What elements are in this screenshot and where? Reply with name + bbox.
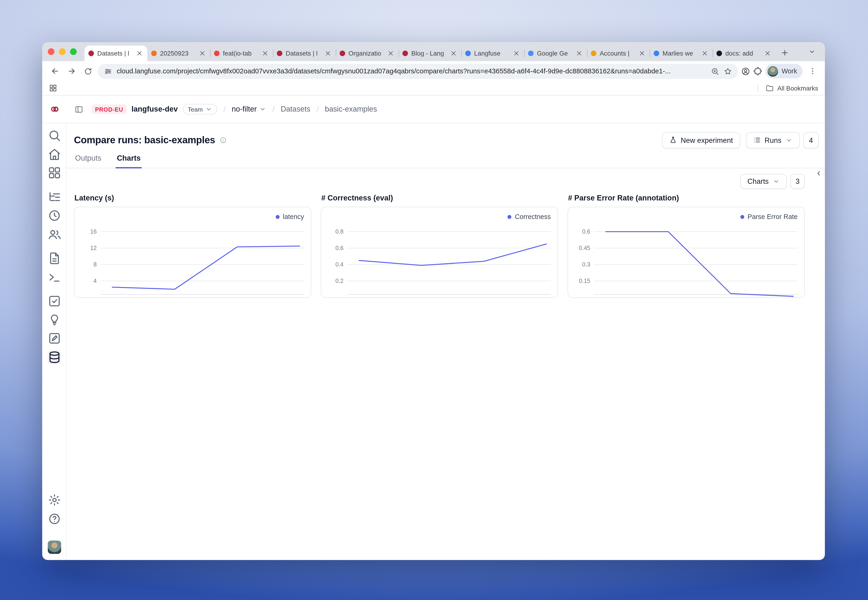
sidebar-item-evaluation[interactable] (47, 294, 61, 308)
close-window-button[interactable] (48, 48, 55, 55)
home-icon (47, 147, 61, 161)
browser-tab[interactable]: Accounts | (587, 45, 649, 61)
bookmark-star-icon[interactable] (724, 67, 732, 75)
reload-button[interactable] (81, 64, 95, 78)
runs-dropdown-button[interactable]: Runs (746, 132, 800, 148)
project-name: no-filter (232, 105, 257, 114)
site-settings-icon[interactable] (104, 67, 112, 75)
info-icon[interactable] (220, 136, 227, 144)
sidebar-item-dashboards[interactable] (47, 166, 61, 180)
all-bookmarks[interactable]: All Bookmarks (757, 84, 818, 92)
sidebar-item-playground[interactable] (47, 270, 61, 284)
sidebar-item-annotation[interactable] (47, 332, 61, 345)
back-button[interactable] (48, 64, 62, 78)
forward-button[interactable] (64, 64, 78, 78)
org-plan-chip[interactable]: Team (183, 104, 217, 115)
apps-grid-icon[interactable] (49, 84, 57, 92)
puzzle-icon (753, 67, 763, 76)
chart-card: 0.80.60.40.2Correctness (321, 207, 558, 298)
y-tick-label: 0.6 (582, 228, 590, 235)
browser-tab[interactable]: feat(io-tab (210, 45, 273, 61)
breadcrumb-separator (272, 105, 275, 114)
sidebar-item-home[interactable] (47, 147, 61, 161)
tab-close-icon[interactable] (136, 50, 144, 58)
tab-close-icon[interactable] (387, 50, 395, 58)
tab-label: Blog - Lang (411, 50, 446, 57)
tab-close-icon[interactable] (513, 50, 520, 58)
extension-profile-icon[interactable] (741, 67, 751, 76)
tab-search-button[interactable] (805, 44, 819, 59)
tab-close-icon[interactable] (764, 50, 772, 58)
y-tick-label: 0.8 (335, 228, 343, 235)
sidebar-item-account[interactable] (47, 541, 61, 554)
tracing-tree-icon (47, 190, 61, 204)
browser-tab[interactable]: Blog - Lang (399, 45, 461, 61)
tab-close-icon[interactable] (324, 50, 332, 58)
sidebar-item-support[interactable] (47, 512, 61, 526)
tab-close-icon[interactable] (575, 50, 583, 58)
org-name[interactable]: langfuse-dev (132, 105, 178, 114)
sidebar-item-datasets[interactable] (47, 350, 61, 364)
zoom-icon[interactable] (711, 67, 719, 75)
browser-tab[interactable]: Marlies we (650, 45, 713, 61)
sidebar-item-settings[interactable] (47, 493, 61, 507)
address-bar[interactable]: cloud.langfuse.com/project/cmfwgv8fx002o… (98, 64, 738, 79)
arrow-left-icon (50, 67, 59, 76)
browser-profile-chip[interactable]: Work (765, 64, 803, 78)
y-tick-label: 4 (94, 277, 97, 284)
new-tab-button[interactable] (778, 45, 792, 60)
sidebar-toggle-icon[interactable] (74, 105, 83, 114)
y-tick-label: 0.3 (582, 261, 590, 268)
sidebar-item-sessions[interactable] (47, 209, 61, 222)
browser-tab[interactable]: Organizatio (336, 45, 399, 61)
browser-tab[interactable]: 20250923 (147, 45, 210, 61)
fullscreen-window-button[interactable] (70, 48, 77, 55)
close-icon (136, 50, 144, 58)
sidebar-item-llm-as-judge[interactable] (47, 313, 61, 326)
tab-close-icon[interactable] (701, 50, 709, 58)
playground-terminal-icon (47, 270, 61, 284)
sidebar-item-search[interactable] (47, 129, 61, 142)
reload-icon (84, 67, 92, 75)
chevron-left-icon (815, 170, 822, 177)
legend-dot (276, 215, 279, 219)
browser-tab[interactable]: docs: add (713, 45, 775, 61)
browser-window: Datasets | l20250923feat(io-tabDatasets … (42, 42, 825, 560)
bookmarks-bar: All Bookmarks (42, 81, 825, 95)
collapse-panel-button[interactable] (814, 169, 823, 178)
reload-icon (84, 67, 92, 75)
new-experiment-button[interactable]: New experiment (662, 132, 740, 148)
tab-charts[interactable]: Charts (116, 152, 142, 168)
project-selector[interactable]: no-filter (232, 105, 266, 114)
tab-close-icon[interactable] (450, 50, 458, 58)
breadcrumb-current-item[interactable]: basic-examples (325, 105, 377, 114)
tab-outputs[interactable]: Outputs (74, 152, 102, 168)
sidebar-item-prompts[interactable] (47, 252, 61, 265)
charts-dropdown-button[interactable]: Charts (740, 174, 787, 189)
extensions-puzzle-icon[interactable] (753, 67, 763, 76)
tab-close-icon[interactable] (638, 50, 646, 58)
dashboard-grid-icon (47, 166, 61, 180)
tab-favicon (716, 50, 722, 56)
minimize-window-button[interactable] (59, 48, 65, 55)
sidebar-item-users[interactable] (47, 227, 61, 241)
page-header: Compare runs: basic-examples New experim… (67, 123, 825, 148)
tab-favicon (277, 50, 282, 56)
sidebar-item-tracing[interactable] (47, 190, 61, 204)
all-bookmarks-label: All Bookmarks (777, 85, 818, 91)
browser-tab[interactable]: Langfuse (461, 45, 524, 61)
browser-tab[interactable]: Google Ge (524, 45, 587, 61)
annotation-pen-icon (47, 332, 61, 345)
url-text[interactable]: cloud.langfuse.com/project/cmfwgv8fx002o… (117, 67, 707, 75)
browser-tab[interactable]: Datasets | l (85, 45, 147, 61)
tab-close-icon[interactable] (199, 50, 206, 58)
app-sidebar (42, 123, 67, 560)
chevron-down-icon (808, 48, 816, 56)
langfuse-logo[interactable] (50, 105, 59, 114)
browser-tab[interactable]: Datasets | l (273, 45, 335, 61)
browser-menu-button[interactable] (806, 64, 819, 78)
star-icon (724, 67, 732, 75)
folder-icon (765, 84, 774, 92)
breadcrumb-datasets-link[interactable]: Datasets (281, 105, 310, 114)
tab-close-icon[interactable] (261, 50, 269, 58)
